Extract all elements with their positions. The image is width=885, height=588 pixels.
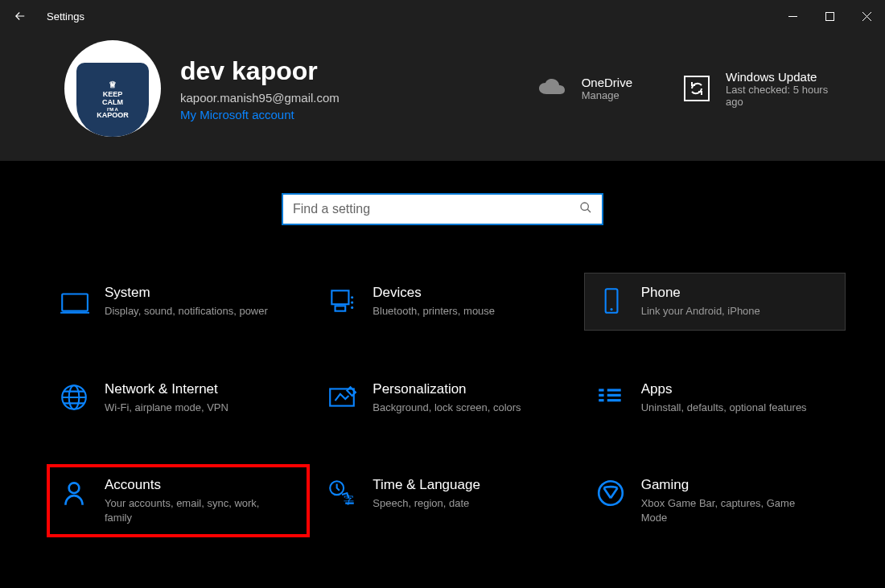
category-title: Phone	[641, 285, 760, 301]
category-texts: Personalization Background, lock screen,…	[373, 381, 521, 415]
window-controls	[774, 0, 885, 32]
settings-categories: System Display, sound, notifications, po…	[0, 273, 885, 536]
update-texts: Windows Update Last checked: 5 hours ago	[726, 70, 838, 108]
category-apps[interactable]: Apps Uninstall, defaults, optional featu…	[585, 370, 845, 426]
arrow-left-icon	[13, 9, 27, 23]
category-title: Time & Language	[373, 477, 480, 493]
maximize-button[interactable]	[811, 0, 848, 32]
accounts-icon	[58, 477, 90, 509]
category-desc: Link your Android, iPhone	[641, 304, 760, 319]
category-personalize[interactable]: Personalization Background, lock screen,…	[316, 370, 576, 426]
apps-icon	[595, 381, 627, 413]
gaming-icon	[595, 477, 627, 509]
category-title: Gaming	[641, 477, 810, 493]
search-box[interactable]	[282, 193, 603, 225]
search-icon	[579, 201, 592, 217]
category-desc: Speech, region, date	[373, 496, 480, 511]
category-texts: Apps Uninstall, defaults, optional featu…	[641, 381, 807, 415]
system-icon	[58, 285, 90, 317]
onedrive-icon	[537, 72, 569, 105]
category-texts: System Display, sound, notifications, po…	[105, 285, 268, 319]
personalize-icon	[326, 381, 358, 413]
category-network[interactable]: Network & Internet Wi-Fi, airplane mode,…	[48, 370, 308, 426]
avatar-text-line: KAPOOR	[97, 112, 129, 120]
user-email: kapoor.manish95@gmail.com	[180, 91, 503, 105]
category-devices[interactable]: Devices Bluetooth, printers, mouse	[316, 273, 576, 330]
close-button[interactable]	[848, 0, 885, 32]
category-accounts[interactable]: Accounts Your accounts, email, sync, wor…	[48, 466, 308, 536]
category-desc: Uninstall, defaults, optional features	[641, 401, 807, 415]
microsoft-account-link[interactable]: My Microsoft account	[180, 108, 503, 121]
minimize-icon	[788, 12, 797, 21]
category-time[interactable]: Time & Language Speech, region, date	[316, 466, 576, 536]
category-desc: Background, lock screen, colors	[373, 401, 521, 415]
maximize-icon	[825, 12, 834, 21]
category-desc: Your accounts, email, sync, work, family	[105, 496, 274, 524]
category-system[interactable]: System Display, sound, notifications, po…	[48, 273, 308, 330]
svg-rect-1	[685, 76, 709, 101]
category-title: Devices	[373, 285, 495, 301]
category-desc: Display, sound, notifications, power	[105, 304, 268, 319]
svg-point-2	[581, 203, 588, 210]
window-title: Settings	[47, 10, 84, 23]
user-name: dev kapoor	[180, 56, 503, 86]
close-icon	[862, 12, 871, 21]
avatar-image: ♕ KEEP CALM I'M A KAPOOR	[76, 63, 149, 137]
update-title: Windows Update	[726, 70, 838, 84]
category-texts: Network & Internet Wi-Fi, airplane mode,…	[105, 381, 228, 415]
category-title: Apps	[641, 381, 807, 397]
update-sub: Last checked: 5 hours ago	[726, 84, 838, 108]
category-phone[interactable]: Phone Link your Android, iPhone	[585, 273, 845, 330]
titlebar: Settings	[0, 0, 885, 32]
search-wrap	[0, 193, 885, 225]
category-desc: Xbox Game Bar, captures, Game Mode	[641, 496, 810, 524]
user-info: dev kapoor kapoor.manish95@gmail.com My …	[180, 56, 503, 121]
update-icon	[681, 72, 713, 105]
search-input[interactable]	[293, 202, 579, 216]
category-desc: Wi-Fi, airplane mode, VPN	[105, 401, 228, 415]
category-desc: Bluetooth, printers, mouse	[373, 304, 495, 319]
devices-icon	[326, 285, 358, 317]
category-texts: Gaming Xbox Game Bar, captures, Game Mod…	[641, 477, 810, 524]
onedrive-texts: OneDrive Manage	[582, 76, 632, 101]
category-title: Accounts	[105, 477, 274, 493]
account-header: ♕ KEEP CALM I'M A KAPOOR dev kapoor kapo…	[0, 32, 885, 161]
category-texts: Time & Language Speech, region, date	[373, 477, 480, 511]
time-icon	[326, 477, 358, 509]
back-button[interactable]	[0, 0, 40, 32]
network-icon	[58, 381, 90, 413]
category-texts: Accounts Your accounts, email, sync, wor…	[105, 477, 274, 524]
category-texts: Phone Link your Android, iPhone	[641, 285, 760, 319]
main-area: System Display, sound, notifications, po…	[0, 161, 885, 536]
category-title: System	[105, 285, 268, 301]
minimize-button[interactable]	[774, 0, 811, 32]
category-texts: Devices Bluetooth, printers, mouse	[373, 285, 495, 319]
category-title: Personalization	[373, 381, 521, 397]
avatar[interactable]: ♕ KEEP CALM I'M A KAPOOR	[64, 40, 161, 137]
onedrive-sub: Manage	[582, 89, 632, 101]
category-title: Network & Internet	[105, 381, 228, 397]
onedrive-title: OneDrive	[582, 76, 632, 89]
onedrive-status[interactable]: OneDrive Manage	[522, 72, 647, 105]
category-gaming[interactable]: Gaming Xbox Game Bar, captures, Game Mod…	[585, 466, 845, 536]
windows-update-status[interactable]: Windows Update Last checked: 5 hours ago	[666, 70, 853, 108]
phone-icon	[595, 285, 627, 317]
avatar-text-line: CALM	[102, 99, 123, 107]
svg-rect-0	[825, 12, 834, 20]
